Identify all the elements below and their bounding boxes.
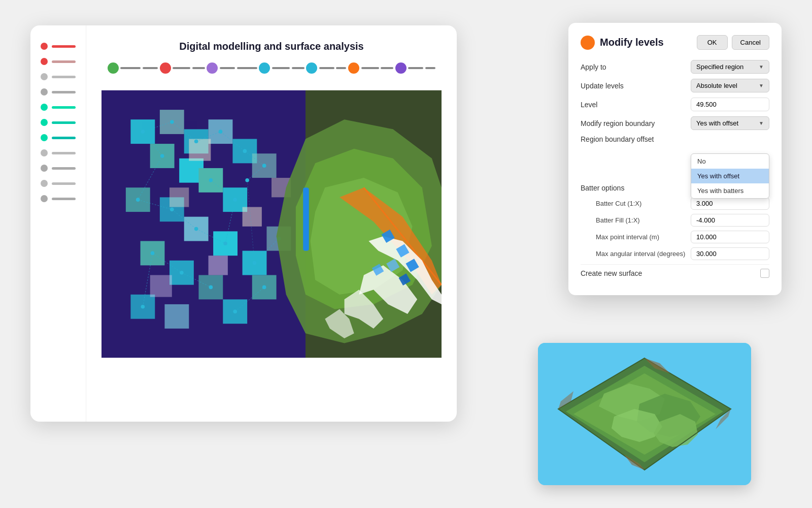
- level-row: Level 49.500: [581, 98, 769, 111]
- legend-line-gray5: [220, 67, 235, 69]
- legend-line-gray: [120, 67, 141, 69]
- update-levels-row: Update levels Absolute level ▼: [581, 79, 769, 92]
- max-angular-interval-row: Max angular interval (degrees) 30.000: [581, 247, 769, 260]
- legend-line-gray13: [408, 67, 423, 69]
- list-item: [41, 117, 76, 128]
- line-icon: [52, 91, 76, 93]
- dot-icon: [41, 119, 48, 126]
- modify-region-boundary-label: Modify region boundary: [581, 119, 691, 128]
- list-item: [41, 132, 76, 143]
- legend-dot-purple: [207, 62, 218, 74]
- list-item: [41, 163, 76, 174]
- line-icon: [52, 45, 76, 48]
- legend-line-gray14: [425, 67, 435, 69]
- terrain-background: [538, 343, 751, 485]
- create-new-surface-checkbox[interactable]: [760, 269, 769, 278]
- legend-dot-red: [160, 62, 171, 74]
- dot-icon: [41, 195, 48, 202]
- sidebar: [30, 25, 86, 422]
- list-item: [41, 193, 76, 204]
- main-content: Digital modelling and surface analysis: [86, 25, 457, 422]
- dot-icon: [41, 43, 48, 50]
- chevron-down-icon-2: ▼: [759, 83, 764, 88]
- max-angular-interval-input[interactable]: 30.000: [691, 247, 769, 260]
- terrain-svg: [538, 343, 751, 485]
- legend-line-gray7: [272, 67, 290, 69]
- region-boundary-offset-dropdown-open[interactable]: No Yes with offset Yes with batters: [691, 153, 769, 199]
- dot-icon: [41, 104, 48, 111]
- line-icon: [52, 182, 76, 185]
- svg-rect-22: [164, 304, 189, 329]
- list-item: [41, 178, 76, 189]
- svg-rect-28: [150, 275, 172, 297]
- canvas-svg: [101, 82, 442, 366]
- svg-rect-24: [189, 139, 211, 161]
- list-item: [41, 102, 76, 113]
- dialog-title-group: Modify levels: [581, 36, 664, 50]
- svg-point-34: [219, 130, 223, 134]
- max-point-interval-row: Max point interval (m) 10.000: [581, 231, 769, 243]
- line-icon: [52, 152, 76, 154]
- legend-line-gray6: [237, 67, 257, 69]
- cancel-button[interactable]: Cancel: [732, 35, 769, 50]
- create-new-surface-label: Create new surface: [581, 269, 760, 277]
- dot-icon: [41, 73, 48, 80]
- dropdown-option-no[interactable]: No: [691, 154, 769, 169]
- region-boundary-offset-label: Region boundary offset: [581, 135, 691, 143]
- line-icon: [52, 76, 76, 78]
- line-icon: [52, 198, 76, 200]
- dot-icon: [41, 88, 48, 96]
- svg-point-31: [170, 120, 174, 124]
- canvas-area: [101, 82, 442, 366]
- batter-cut-input[interactable]: 3.000: [691, 197, 769, 210]
- legend-dot-darkpurple: [395, 62, 407, 74]
- max-point-interval-label: Max point interval (m): [596, 233, 691, 241]
- dot-icon: [41, 165, 48, 172]
- max-point-interval-input[interactable]: 10.000: [691, 231, 769, 243]
- list-item: [41, 86, 76, 98]
- dropdown-option-yes-offset[interactable]: Yes with offset: [691, 169, 769, 183]
- dialog-buttons: OK Cancel: [697, 35, 769, 50]
- legend-dot-green: [108, 62, 119, 74]
- dialog-icon-dot: [581, 36, 595, 50]
- list-item: [41, 41, 76, 52]
- apply-to-label: Apply to: [581, 63, 691, 71]
- line-icon: [52, 106, 76, 109]
- dot-icon: [41, 180, 48, 187]
- modify-region-boundary-dropdown[interactable]: Yes with offset ▼: [691, 116, 769, 130]
- svg-rect-27: [209, 256, 228, 275]
- dialog-title: Modify levels: [600, 37, 664, 48]
- batter-fill-label: Batter Fill (1:X): [596, 216, 691, 224]
- dot-icon: [41, 58, 48, 65]
- apply-to-value: Specified region: [696, 63, 743, 71]
- line-icon: [52, 121, 76, 124]
- legend-dot-orange: [348, 62, 359, 74]
- terrain-card: [538, 343, 751, 485]
- level-label: Level: [581, 101, 691, 109]
- list-item: [41, 71, 76, 82]
- update-levels-label: Update levels: [581, 82, 691, 90]
- update-levels-dropdown[interactable]: Absolute level ▼: [691, 79, 769, 92]
- batter-cut-row: Batter Cut (1:X) 3.000: [581, 197, 769, 210]
- chevron-down-icon: ▼: [759, 64, 764, 70]
- apply-to-dropdown[interactable]: Specified region ▼: [691, 60, 769, 74]
- list-item: [41, 56, 76, 67]
- line-icon: [52, 60, 76, 63]
- svg-rect-87: [303, 187, 309, 250]
- batter-fill-row: Batter Fill (1:X) -4.000: [581, 214, 769, 227]
- dropdown-option-yes-batters[interactable]: Yes with batters: [691, 183, 769, 198]
- modify-region-boundary-row: Modify region boundary Yes with offset ▼: [581, 116, 769, 130]
- batter-cut-label: Batter Cut (1:X): [596, 200, 691, 207]
- region-boundary-offset-row: Region boundary offset No Yes with offse…: [581, 135, 769, 143]
- level-input[interactable]: 49.500: [691, 98, 769, 111]
- batter-fill-input[interactable]: -4.000: [691, 214, 769, 227]
- line-icon: [52, 167, 76, 170]
- max-angular-interval-label: Max angular interval (degrees): [596, 250, 691, 258]
- legend-line-gray3: [173, 67, 190, 69]
- chart-title: Digital modelling and surface analysis: [101, 41, 442, 52]
- create-new-surface-row: Create new surface: [581, 269, 769, 278]
- dashboard-card: Digital modelling and surface analysis: [30, 25, 457, 422]
- line-icon: [52, 137, 76, 139]
- ok-button[interactable]: OK: [697, 35, 728, 50]
- legend-line-gray2: [143, 67, 158, 69]
